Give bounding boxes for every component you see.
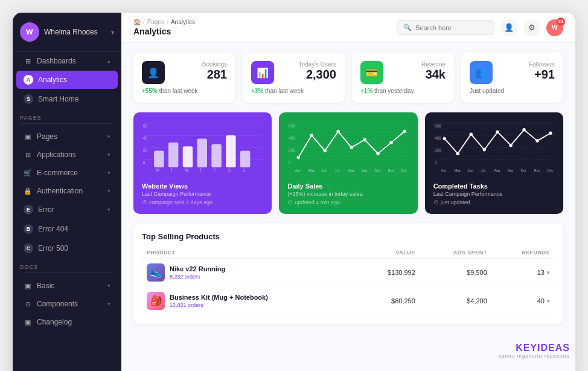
svg-text:600: 600 (289, 124, 295, 128)
sidebar-item-applications[interactable]: ⊞ Applications ▾ (16, 146, 118, 163)
col-value: VALUE (358, 247, 420, 259)
chart-timestamp: ⏱ updated 4 min ago (287, 199, 409, 205)
sidebar-item-components[interactable]: ⊙ Components ▾ (16, 295, 118, 312)
sidebar-item-smart-home[interactable]: S Smart Home (16, 90, 118, 108)
sidebar-user[interactable]: W Whelma Rhodes ▾ (13, 13, 121, 52)
svg-rect-8 (154, 151, 164, 167)
sidebar-item-error[interactable]: E Error ▾ (16, 201, 118, 219)
products-table: PRODUCT VALUE ADS SPENT REFUNDS 👟 (142, 247, 555, 315)
sidebar-username: Whelma Rhodes (44, 28, 106, 36)
sidebar-item-error404[interactable]: B Error 404 (16, 220, 118, 238)
product-name: Business Kit (Mug + Notebook) (170, 294, 268, 301)
bookings-change: +55% than last week (142, 88, 227, 94)
sidebar-item-label: Error 500 (38, 244, 110, 253)
search-input[interactable] (415, 24, 488, 31)
product-value: $80,250 (358, 287, 420, 315)
branding-name: KEYIDEAS (499, 343, 570, 353)
svg-text:600: 600 (434, 124, 441, 128)
sidebar-item-error500[interactable]: C Error 500 (16, 239, 118, 257)
svg-point-60 (496, 131, 499, 134)
daily-sales-chart: 600 400 200 0 (287, 121, 409, 175)
stats-row: 👤 Bookings 281 +55% than last week 📊 (133, 53, 563, 103)
product-orders: 8,232 orders (170, 274, 200, 280)
chevron-up-icon: ▴ (107, 58, 110, 64)
topbar: 🏠 / Pages / Analytics Analytics 🔍 👤 ⚙ W … (121, 13, 575, 43)
sidebar-item-label: Smart Home (38, 95, 110, 103)
sidebar-item-authentication[interactable]: 🔒 Authentication ▾ (16, 182, 118, 199)
svg-text:Jul: Jul (481, 169, 485, 172)
notifications-icon[interactable]: W 31 (546, 19, 563, 36)
revenue-value: 34k (421, 68, 446, 82)
sidebar-item-changelog[interactable]: ▣ Changelog (16, 314, 118, 331)
svg-text:Oct: Oct (520, 169, 526, 172)
docs-section-label: DOCS (13, 258, 121, 273)
chevron-down-icon: ▾ (107, 134, 110, 140)
product-image: 👟 (147, 263, 165, 282)
topbar-right: 🔍 👤 ⚙ W 31 (397, 19, 563, 36)
pages-section-label: PAGES (13, 109, 121, 123)
chart-card-website-views: 60 40 20 0 (133, 112, 272, 214)
breadcrumb: 🏠 / Pages / Analytics Analytics (133, 19, 195, 36)
svg-rect-10 (183, 146, 193, 167)
svg-rect-13 (226, 135, 235, 167)
svg-point-56 (443, 137, 446, 140)
svg-point-36 (377, 152, 380, 155)
svg-text:May: May (308, 169, 315, 172)
main-content: 🏠 / Pages / Analytics Analytics 🔍 👤 ⚙ W … (121, 13, 575, 371)
revenue-label: Revenue (421, 61, 446, 68)
svg-point-63 (535, 139, 538, 142)
sidebar-item-analytics[interactable]: A Analytics (16, 71, 118, 89)
svg-text:0: 0 (143, 161, 145, 165)
product-ads-spent: $4,200 (420, 287, 492, 315)
bookings-value: 281 (202, 68, 227, 82)
svg-text:Jun: Jun (322, 169, 327, 172)
product-ads-spent: $9,500 (420, 259, 492, 287)
sidebar-item-dashboards[interactable]: ⊞ Dashboards ▴ (16, 53, 118, 69)
svg-text:Jul: Jul (335, 169, 339, 172)
svg-text:S: S (243, 168, 245, 172)
bookings-label: Bookings (202, 61, 227, 68)
sidebar-item-label: Applications (37, 150, 103, 159)
charts-row: 60 40 20 0 (133, 112, 563, 214)
sidebar-item-label: Basic (37, 282, 103, 290)
notification-label: W (552, 24, 557, 31)
chevron-down-icon: ▾ (107, 283, 110, 289)
search-box[interactable]: 🔍 (397, 20, 494, 35)
website-views-chart: 60 40 20 0 (142, 121, 263, 175)
completed-tasks-chart: 600 400 200 0 (433, 121, 555, 175)
svg-point-38 (403, 130, 406, 133)
svg-point-64 (549, 132, 552, 135)
chart-subtitle: Last Campaign Performance (433, 191, 555, 197)
sidebar-item-basic[interactable]: ▣ Basic ▾ (16, 277, 118, 294)
svg-point-30 (297, 156, 300, 159)
svg-text:🎒: 🎒 (150, 295, 162, 306)
chart-title: Daily Sales (287, 182, 409, 190)
refund-chevron-icon[interactable]: ▾ (547, 269, 550, 276)
chevron-down-icon: ▾ (107, 152, 110, 158)
product-refunds: 40 ▾ (492, 287, 555, 315)
chevron-down-icon: ▾ (111, 29, 114, 36)
refund-chevron-icon[interactable]: ▾ (547, 298, 550, 304)
svg-text:Sep: Sep (507, 169, 513, 172)
svg-text:Apr: Apr (295, 169, 301, 172)
sidebar-item-label: Changelog (37, 318, 110, 326)
users-change: +3% than last week (251, 88, 336, 94)
chart-title: Website Views (142, 182, 263, 190)
settings-icon[interactable]: ⚙ (523, 19, 540, 36)
svg-text:W: W (185, 168, 189, 172)
chart-timestamp: ⏱ just updated (433, 199, 555, 205)
svg-text:400: 400 (289, 136, 295, 140)
svg-text:T: T (199, 168, 202, 172)
sidebar-item-ecommerce[interactable]: 🛒 E-commerce ▾ (16, 164, 118, 181)
sidebar-item-pages[interactable]: ▣ Pages ▾ (16, 128, 118, 145)
user-profile-icon[interactable]: 👤 (500, 19, 517, 36)
svg-text:Nov: Nov (388, 169, 394, 172)
pages-icon: ▣ (24, 132, 32, 141)
sidebar-item-label: Authentication (37, 187, 103, 195)
svg-text:Dec: Dec (547, 169, 553, 172)
svg-text:0: 0 (289, 161, 291, 165)
svg-text:Nov: Nov (534, 169, 540, 172)
col-product: PRODUCT (142, 247, 358, 259)
svg-point-57 (456, 152, 459, 155)
applications-icon: ⊞ (24, 150, 32, 159)
